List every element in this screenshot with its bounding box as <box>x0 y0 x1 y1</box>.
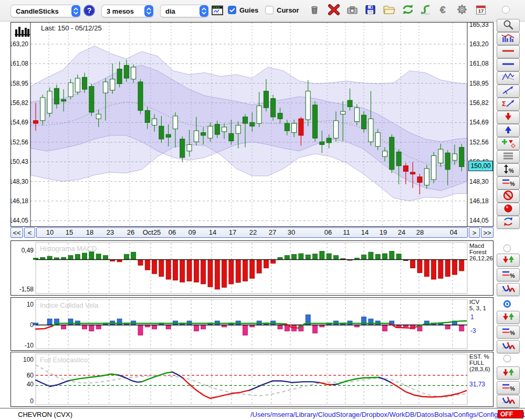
icv-panel[interactable]: Indice Calidad Vela100-10ICV5, 3, 11-3 <box>10 297 494 351</box>
stoch-levels-percent-button[interactable]: % <box>497 381 520 394</box>
svg-text:%: % <box>509 167 514 174</box>
zigzag-tool-button[interactable] <box>497 71 520 85</box>
levels-percent-tool-button[interactable]: % <box>497 176 520 190</box>
mini-chart-window-button[interactable] <box>210 3 225 18</box>
main-chart-radio[interactable] <box>502 6 510 14</box>
macd-bar <box>257 260 261 274</box>
macd-bar <box>320 251 324 259</box>
refresh-button[interactable] <box>401 3 415 18</box>
nav-next-button[interactable]: > <box>469 227 480 238</box>
macd-levels-percent-button[interactable]: % <box>497 268 520 281</box>
forbidden-tool-button[interactable] <box>497 190 520 203</box>
sigma-trend-tool-button[interactable]: Σ <box>497 98 520 111</box>
nav-date: 04 <box>450 228 457 236</box>
nav-date-strip[interactable]: 1015182326Oct250609141722273006111419242… <box>36 227 468 238</box>
candle-body <box>445 153 450 170</box>
nav-last-button[interactable]: >> <box>481 227 494 238</box>
interval-select[interactable]: dia <box>160 5 208 17</box>
cursor-checkbox-row[interactable]: Cursor <box>265 6 299 14</box>
candle-body <box>299 119 303 135</box>
save-floppy-button[interactable] <box>363 3 378 18</box>
period-select[interactable]: 3 mesos <box>101 5 153 17</box>
candle-body <box>243 117 248 123</box>
icv-curve-button[interactable] <box>497 340 520 353</box>
swap-refresh-tool-button[interactable] <box>497 216 520 229</box>
trendline-tool-button[interactable] <box>497 85 520 98</box>
svg-text:163,20: 163,20 <box>10 40 28 48</box>
config-path-link[interactable]: /Users/mserra/Library/CloudStorage/Dropb… <box>250 411 525 418</box>
candle-body <box>354 108 359 121</box>
candle-body <box>292 123 297 133</box>
blue-hline-tool-button[interactable] <box>497 58 520 71</box>
red-hline-tool-button[interactable] <box>497 45 520 58</box>
candle-body <box>201 133 206 135</box>
cursor-checkbox[interactable] <box>265 6 274 14</box>
macd-histogram-panel[interactable]: Histograma MACD0,49-1,58MacdForest26,12,… <box>10 240 494 296</box>
stoch-signal-arrows-button[interactable] <box>497 366 520 380</box>
main-price-chart[interactable]: 163,20163,20161,08161,08158,95158,95156,… <box>10 22 494 227</box>
arrow-up-tool-button[interactable] <box>497 124 520 137</box>
help-button[interactable]: ? <box>82 3 97 18</box>
macd-bar <box>222 260 227 288</box>
candle-body <box>438 149 443 163</box>
macd-bar <box>299 254 303 259</box>
candle-body <box>96 114 101 119</box>
revert-button[interactable] <box>419 3 434 18</box>
candle-body <box>453 154 457 160</box>
stoch-panel-radio[interactable] <box>503 354 511 365</box>
candle-body <box>271 99 276 117</box>
vertical-percent-icon: % <box>500 163 516 177</box>
last-price-label: Last: 150 - 05/12/25 <box>41 24 102 32</box>
add-signal-tool-button[interactable] <box>497 137 520 150</box>
macd-signal-arrows-button[interactable] <box>497 254 520 267</box>
guies-checkbox[interactable] <box>228 6 236 14</box>
arrow-down-icon <box>500 111 516 124</box>
off-button[interactable]: OFF <box>498 410 523 418</box>
candle-body <box>180 139 185 158</box>
nav-first-button[interactable]: << <box>10 227 23 238</box>
red-hline-icon <box>500 45 516 59</box>
macd-bar <box>229 260 234 284</box>
candle-body <box>417 177 422 183</box>
macd-curve-button[interactable] <box>497 283 520 296</box>
vertical-percent-tool-button[interactable]: % <box>497 163 520 176</box>
guies-checkbox-row[interactable]: Guies <box>228 6 258 14</box>
list-lines-tool-button[interactable] <box>497 150 520 163</box>
trendline-icon <box>500 85 516 98</box>
settings-gear-button[interactable] <box>455 3 469 18</box>
calendar-button[interactable]: 17 <box>474 3 488 18</box>
chart-type-select[interactable]: CandleSticks <box>10 5 80 17</box>
candle-body <box>159 126 164 139</box>
swap-refresh-icon <box>500 216 516 229</box>
macd-bar <box>459 260 464 271</box>
nav-prev-button[interactable]: < <box>24 227 35 238</box>
svg-text:165,33: 165,33 <box>469 22 489 28</box>
euro-button[interactable]: € <box>437 3 452 18</box>
candle-body <box>34 121 38 123</box>
record-tool-button[interactable] <box>497 203 520 216</box>
macd-bar <box>313 254 318 260</box>
zoom-tool-button[interactable] <box>497 19 520 32</box>
trash-icon <box>307 4 322 17</box>
stochastic-panel[interactable]: Full Estocastico10060400EST. %FULL(28,3,… <box>10 352 494 407</box>
macd-bar <box>166 260 171 279</box>
stoch-curve-button[interactable] <box>497 395 520 408</box>
open-folder-button[interactable] <box>382 3 396 18</box>
camera-icon <box>344 4 360 17</box>
candle-body <box>396 152 401 165</box>
delete-red-x-button[interactable] <box>327 3 341 18</box>
candle-body <box>152 119 157 125</box>
icv-signal-arrows-button[interactable] <box>497 311 520 324</box>
camera-button[interactable] <box>345 3 360 18</box>
panel-param-label: 5, 3, 1 <box>469 305 486 311</box>
levels-percent-icon: % <box>500 381 516 395</box>
trash-button[interactable] <box>307 3 322 18</box>
indicator-chart-tool-button[interactable] <box>497 32 520 45</box>
candle-body <box>459 148 464 167</box>
icv-panel-radio[interactable] <box>503 300 511 310</box>
icv-levels-percent-button[interactable]: % <box>497 326 520 339</box>
svg-text:154,69: 154,69 <box>10 119 28 126</box>
arrow-down-tool-button[interactable] <box>497 111 520 124</box>
svg-text:€: € <box>440 4 446 15</box>
panel-param-label: FULL <box>469 360 485 366</box>
